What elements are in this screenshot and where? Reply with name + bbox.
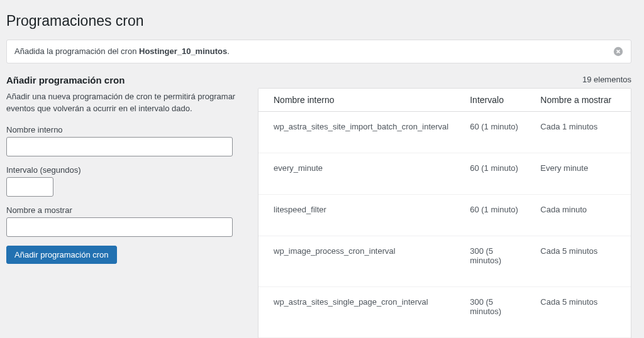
- add-cron-schedule-button[interactable]: Añadir programación cron: [6, 246, 117, 264]
- cell-intervalo: 60 (1 minuto): [455, 195, 525, 236]
- notice-cron-name: Hostinger_10_minutos: [139, 46, 227, 56]
- notice-suffix: .: [227, 46, 230, 56]
- cell-intervalo: 300 (5 minutos): [455, 287, 525, 338]
- label-nombre-mostrar: Nombre a mostrar: [6, 205, 245, 215]
- nombre-interno-input[interactable]: [6, 137, 233, 156]
- cell-intervalo: 60 (1 minuto): [455, 153, 525, 195]
- table-row: wp_astra_sites_single_page_cron_interval…: [258, 287, 631, 338]
- cell-nombre-interno[interactable]: wp_astra_sites_single_page_cron_interval: [258, 287, 455, 338]
- cell-nombre-interno[interactable]: wp_image_process_cron_interval: [258, 236, 455, 287]
- table-row: wp_image_process_cron_interval300 (5 min…: [258, 236, 631, 287]
- table-row: every_minute60 (1 minuto)Every minute: [258, 153, 631, 195]
- form-heading: Añadir programación cron: [6, 75, 245, 85]
- cell-nombre-mostrar: Every minute: [525, 153, 631, 195]
- form-description: Añadir una nueva programación de cron te…: [6, 90, 245, 115]
- cell-intervalo: 300 (5 minutos): [455, 236, 525, 287]
- notice-text: Añadida la programación del cron Hosting…: [14, 46, 230, 56]
- cell-nombre-interno[interactable]: wp_astra_sites_site_import_batch_cron_in…: [258, 112, 455, 153]
- table-row: wp_astra_sites_site_import_batch_cron_in…: [258, 112, 631, 153]
- cell-nombre-mostrar: Cada minuto: [525, 195, 631, 236]
- close-icon[interactable]: [613, 46, 623, 57]
- table-row: litespeed_filter60 (1 minuto)Cada minuto: [258, 195, 631, 236]
- success-notice: Añadida la programación del cron Hosting…: [6, 40, 631, 63]
- th-intervalo[interactable]: Intervalo: [455, 89, 525, 112]
- label-intervalo: Intervalo (segundos): [6, 165, 245, 175]
- cell-nombre-mostrar: Cada 1 minutos: [525, 112, 631, 153]
- th-nombre-interno[interactable]: Nombre interno: [258, 89, 455, 112]
- cell-intervalo: 60 (1 minuto): [455, 112, 525, 153]
- intervalo-input[interactable]: [6, 177, 53, 197]
- cell-nombre-interno[interactable]: litespeed_filter: [258, 195, 455, 236]
- notice-prefix: Añadida la programación del cron: [14, 46, 139, 56]
- label-nombre-interno: Nombre interno: [6, 125, 245, 134]
- items-count: 19 elementos: [258, 75, 631, 84]
- th-nombre-mostrar[interactable]: Nombre a mostrar: [525, 89, 631, 112]
- page-title: Programaciones cron: [6, 6, 631, 40]
- cron-schedules-table: Nombre interno Intervalo Nombre a mostra…: [258, 88, 631, 338]
- cell-nombre-mostrar: Cada 5 minutos: [525, 236, 631, 287]
- cell-nombre-mostrar: Cada 5 minutos: [525, 287, 631, 338]
- nombre-mostrar-input[interactable]: [6, 217, 233, 237]
- cell-nombre-interno[interactable]: every_minute: [258, 153, 455, 195]
